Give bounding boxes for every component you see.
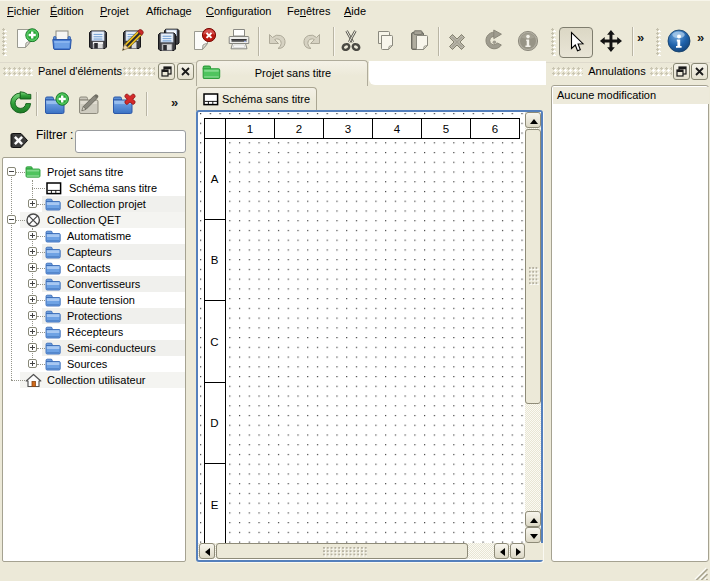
svg-text:1: 1 — [247, 123, 253, 135]
svg-text:E: E — [211, 499, 219, 511]
svg-text:5: 5 — [443, 123, 449, 135]
svg-text:6: 6 — [492, 123, 498, 135]
svg-text:2: 2 — [296, 123, 302, 135]
svg-text:A: A — [211, 173, 219, 185]
svg-text:D: D — [210, 417, 218, 429]
svg-text:4: 4 — [394, 123, 401, 135]
svg-text:C: C — [210, 336, 218, 348]
svg-text:B: B — [211, 254, 219, 266]
svg-text:3: 3 — [345, 123, 351, 135]
